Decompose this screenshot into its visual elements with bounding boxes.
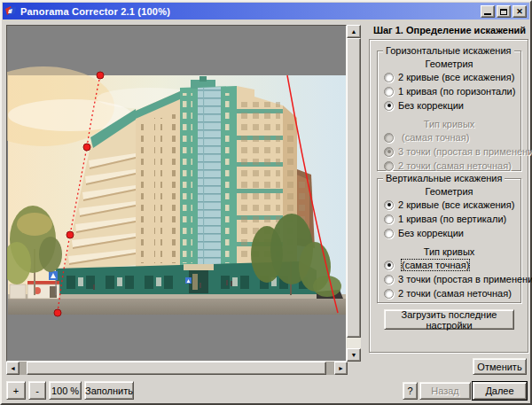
minimize-button[interactable] [481,5,495,18]
radio-v-1-curve[interactable]: 1 кривая (по вертикали) [384,214,515,224]
scroll-left-button[interactable]: ◄ [6,362,20,375]
arrow-left-icon: ◄ [10,365,16,371]
image-canvas[interactable] [6,25,347,362]
help-button[interactable]: ? [403,382,418,400]
radio-circle[interactable] [384,87,394,97]
arrow-right-icon: ► [338,365,344,371]
scroll-down-button[interactable]: ▼ [347,348,361,362]
zoom-in-button[interactable]: + [6,381,26,400]
curve-point-3[interactable] [66,231,74,238]
next-button[interactable]: Далее [473,382,527,400]
horizontal-scrollbar[interactable]: ◄ ► [6,362,348,375]
app-icon [4,5,17,18]
close-button[interactable]: ✕ [512,5,527,18]
radio-circle [384,147,394,157]
load-last-settings-button[interactable]: Загрузить последние настройки [384,309,514,330]
radio-v-3-points[interactable]: 3 точки (простая в применении) [384,274,515,284]
radio-circle[interactable] [384,289,394,299]
zoom-out-button[interactable]: - [28,381,46,400]
arrow-down-icon: ▼ [351,352,357,358]
curve-type-label: Тип кривых [383,119,515,129]
zoom-toolbar: + - 100 % Заполнить [6,381,134,400]
close-icon: ✕ [516,7,523,16]
radio-h-3-points: 3 точки (простая в применении) [384,146,515,157]
radio-circle[interactable] [384,275,394,284]
arrow-up-icon: ▲ [351,28,357,35]
curve-point-2[interactable] [83,144,90,151]
fit-button[interactable]: Заполнить [84,381,134,400]
radio-h-1-curve[interactable]: 1 кривая (по горизонтали) [384,86,515,97]
radio-h-no-correction[interactable]: Без коррекции [384,100,515,111]
radio-circle [384,161,394,171]
title-bar[interactable]: Panorama Corrector 2.1 (100%) ✕ [3,3,529,19]
horizontal-group-title: Горизонтальные искажения [383,45,514,56]
curve-point-4[interactable] [54,309,61,316]
radio-circle[interactable] [384,200,394,210]
radio-circle[interactable] [384,261,394,270]
cancel-button[interactable]: Отменить [473,358,527,375]
curve-type-label: Тип кривых [383,246,515,257]
geometry-label: Геометрия [383,186,515,197]
curve-point-1[interactable] [97,72,104,79]
horizontal-distortions-group: Горизонтальные искажения Геометрия 2 кри… [377,51,521,171]
app-window: Panorama Corrector 2.1 (100%) ✕ [0,0,532,405]
settings-panel: Горизонтальные искажения Геометрия 2 кри… [369,39,528,353]
vertical-distortions-group: Вертикальные искажения Геометрия 2 кривы… [377,178,521,303]
vertical-group-title: Вертикальные искажения [383,173,505,183]
step-title: Шаг 1. Определение искажений [369,25,530,35]
radio-h-2-curves[interactable]: 2 кривые (все искажения) [384,72,515,82]
radio-circle[interactable] [384,101,394,111]
scroll-right-button[interactable]: ► [334,362,348,375]
radio-v-2-points[interactable]: 2 точки (самая неточная) [384,288,515,299]
photo-preview [8,75,347,315]
radio-h-2-points: 2 точки (самая неточная) [384,160,515,171]
radio-h-most-accurate: (самая точная) [384,132,515,143]
maximize-icon [500,9,507,15]
radio-circle[interactable] [384,229,394,238]
vertical-scroll-thumb[interactable] [347,38,361,338]
radio-circle[interactable] [384,73,394,82]
geometry-label: Геометрия [383,58,515,69]
radio-circle[interactable] [384,214,394,224]
horizontal-scroll-thumb[interactable] [27,362,326,375]
zoom-level-button[interactable]: 100 % [49,381,82,400]
minimize-icon [484,13,491,15]
radio-v-most-accurate[interactable]: (самая точная) [384,260,515,270]
radio-circle [384,133,394,143]
maximize-button[interactable] [497,5,511,18]
scroll-up-button[interactable]: ▲ [347,25,361,38]
back-button: Назад [419,382,471,400]
window-title: Panorama Corrector 2.1 (100%) [20,6,481,17]
radio-v-2-curves[interactable]: 2 кривые (все искажения) [384,199,515,210]
vertical-scrollbar[interactable]: ▲ ▼ [347,25,361,362]
radio-v-no-correction[interactable]: Без коррекции [384,228,515,238]
